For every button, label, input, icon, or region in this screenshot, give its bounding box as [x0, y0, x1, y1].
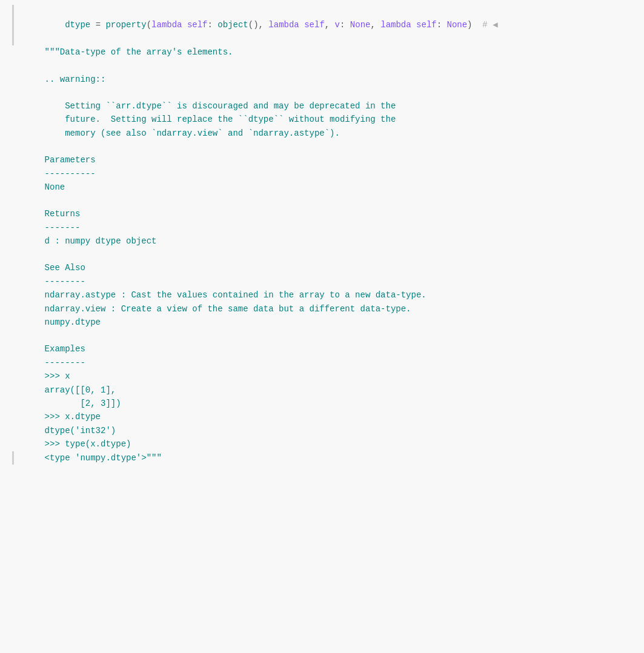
- code-line-empty-1: [12, 59, 644, 73]
- line-content: ndarray.astype : Cast the values contain…: [24, 288, 427, 302]
- line-content: dtype = property(lambda self: object(), …: [24, 5, 498, 45]
- line-content: -------: [24, 221, 80, 234]
- line-content: """Data-type of the array's elements.: [24, 45, 233, 59]
- line-content: Parameters: [24, 153, 96, 167]
- code-line-view: ndarray.view : Create a view of the same…: [12, 302, 644, 316]
- line-content: Setting ``arr.dtype`` is discouraged and…: [24, 99, 396, 113]
- line-content: Examples: [24, 342, 85, 356]
- line-content: ndarray.view : Create a view of the same…: [24, 302, 411, 316]
- code-line-memory: memory (see also `ndarray.view` and `nda…: [12, 127, 644, 140]
- code-line-returns-d: d : numpy dtype object: [12, 234, 644, 248]
- code-line-ex6: >>> type(x.dtype): [12, 437, 644, 451]
- code-line-ex3: [2, 3]]): [12, 397, 644, 410]
- code-line-1: dtype = property(lambda self: object(), …: [12, 5, 644, 45]
- line-content: memory (see also `ndarray.view` and `nda…: [24, 127, 340, 140]
- line-content: ----------: [24, 167, 96, 181]
- line-content: dtype('int32'): [24, 424, 116, 437]
- line-content: .. warning::: [24, 73, 105, 86]
- code-line-none: None: [12, 181, 644, 194]
- code-line-setting2: future. Setting will replace the ``dtype…: [12, 113, 644, 126]
- code-line-ex5: dtype('int32'): [12, 424, 644, 437]
- line-content: Returns: [24, 207, 80, 220]
- line-content: --------: [24, 275, 85, 288]
- code-line-ex1: >>> x: [12, 370, 644, 383]
- code-line-see-sep: --------: [12, 275, 644, 288]
- line-content: [2, 3]]): [24, 397, 121, 410]
- line-content: numpy.dtype: [24, 316, 101, 329]
- code-line-ex2: array([[0, 1],: [12, 383, 644, 397]
- line-content: >>> x: [24, 370, 70, 383]
- code-line-returns-sep: -------: [12, 221, 644, 234]
- code-editor: dtype = property(lambda self: object(), …: [0, 0, 644, 653]
- line-content: >>> type(x.dtype): [24, 437, 131, 451]
- code-line-parameters: Parameters: [12, 153, 644, 167]
- code-line-warning: .. warning::: [12, 73, 644, 86]
- line-content: d : numpy dtype object: [24, 234, 156, 248]
- code-line-empty-6: [12, 329, 644, 342]
- code-line-empty-4: [12, 194, 644, 207]
- line-content: future. Setting will replace the ``dtype…: [24, 113, 396, 126]
- line-content: See Also: [24, 261, 85, 274]
- line-content: array([[0, 1],: [24, 383, 116, 397]
- line-content: --------: [24, 356, 85, 370]
- code-line-ex4: >>> x.dtype: [12, 410, 644, 423]
- code-line-empty-2: [12, 86, 644, 99]
- code-line-setting1: Setting ``arr.dtype`` is discouraged and…: [12, 99, 644, 113]
- line-content: None: [24, 181, 65, 194]
- code-line-astype: ndarray.astype : Cast the values contain…: [12, 288, 644, 302]
- code-line-ex-sep: --------: [12, 356, 644, 370]
- line-content: >>> x.dtype: [24, 410, 101, 423]
- code-line-ex7: <type 'numpy.dtype'>""": [12, 451, 644, 465]
- code-line-param-sep: ----------: [12, 167, 644, 181]
- code-line-see-also: See Also: [12, 261, 644, 274]
- code-line-examples: Examples: [12, 342, 644, 356]
- code-line-2: """Data-type of the array's elements.: [12, 45, 644, 59]
- code-line-returns: Returns: [12, 207, 644, 220]
- line-content: <type 'numpy.dtype'>""": [24, 451, 162, 465]
- code-line-empty-3: [12, 140, 644, 153]
- code-line-numpy-dtype: numpy.dtype: [12, 316, 644, 329]
- code-line-empty-5: [12, 248, 644, 261]
